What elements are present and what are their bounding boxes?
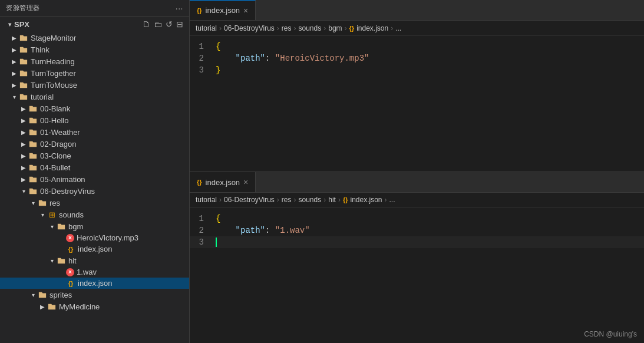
- tree-item-02dragon[interactable]: ▶ 02-Dragon: [0, 138, 189, 150]
- tab-indexjson-bottom[interactable]: {} index.json ×: [190, 172, 256, 193]
- folder-icon-05animation: [28, 174, 38, 184]
- tab-close-top[interactable]: ×: [243, 6, 248, 15]
- bc-bot-ellipsis[interactable]: ...: [389, 196, 395, 204]
- tree-item-00hello[interactable]: ▶ 00-Hello: [0, 114, 189, 126]
- spx-chevron: ▾: [5, 21, 14, 28]
- tree-item-04bullet[interactable]: ▶ 04-Bullet: [0, 161, 189, 173]
- tab-bar-bottom: {} index.json ×: [190, 172, 644, 193]
- new-file-icon[interactable]: 🗋: [141, 18, 151, 30]
- folder-icon-turntomouse: [19, 80, 28, 90]
- tab-close-bottom[interactable]: ×: [243, 178, 248, 186]
- spx-root-item[interactable]: ▾ SPX: [0, 18, 34, 31]
- bc-bot-res[interactable]: res: [282, 196, 292, 204]
- folder-icon-stagemonitor: [19, 33, 28, 42]
- sidebar-header: 资源管理器 ···: [0, 0, 189, 17]
- tree-item-05animation[interactable]: ▶ 05-Animation: [0, 173, 189, 185]
- json-icon-hit: {}: [66, 279, 75, 288]
- chevron-02dragon: ▶: [19, 141, 28, 147]
- folder-icon-02dragon: [28, 139, 38, 149]
- folder-icon-04bullet: [28, 163, 38, 172]
- label-bgm: bgm: [68, 222, 189, 231]
- bc-top-ellipsis[interactable]: ...: [395, 24, 401, 32]
- json-value-bot-path: "1.wav": [275, 226, 310, 235]
- editor-pane-bottom: {} index.json × tutorial › 06-DestroyVir…: [190, 172, 644, 344]
- folder-icon-sprites: [38, 290, 47, 299]
- bc-bot-hit[interactable]: hit: [328, 196, 336, 204]
- label-03clone: 03-Clone: [40, 151, 189, 160]
- json-key-bot-path: "path": [236, 226, 265, 235]
- tree-item-03clone[interactable]: ▶ 03-Clone: [0, 150, 189, 161]
- bc-top-06dv[interactable]: 06-DestroyVirus: [224, 24, 275, 32]
- sidebar-title: 资源管理器: [6, 4, 40, 12]
- more-icon[interactable]: ···: [176, 4, 183, 13]
- sidebar-header-icons: ···: [176, 4, 183, 13]
- tree-item-mymedicine[interactable]: ▶ MyMedicine: [0, 301, 189, 312]
- tree-item-turntogether[interactable]: ▶ TurnTogether: [0, 67, 189, 79]
- tree-item-indexjson-hit[interactable]: ▶ {} index.json: [0, 278, 189, 289]
- tree-item-stagemonitor[interactable]: ▶ StageMonitor: [0, 32, 189, 44]
- chevron-stagemonitor: ▶: [9, 35, 19, 41]
- code-line-top-3: 3 }: [190, 64, 644, 76]
- label-stagemonitor: StageMonitor: [31, 34, 189, 42]
- tree-item-bgm[interactable]: ▾ bgm: [0, 220, 189, 232]
- label-indexjson-hit: index.json: [78, 279, 189, 288]
- watermark: CSDN @uiuing's: [584, 330, 637, 338]
- spx-label: SPX: [14, 20, 29, 29]
- tree-item-heroicvictory[interactable]: ▶ × HeroicVictory.mp3: [0, 232, 189, 243]
- label-02dragon: 02-Dragon: [40, 140, 189, 149]
- line-content-top-2: "path": "HeroicVictory.mp3": [213, 52, 644, 64]
- tree-item-res[interactable]: ▾ res: [0, 197, 189, 209]
- tree-item-06destroyvirus[interactable]: ▾ 06-DestroyVirus: [0, 185, 189, 197]
- tree-item-turnheading[interactable]: ▶ TurnHeading: [0, 55, 189, 67]
- chevron-mymedicine: ▶: [38, 304, 47, 310]
- chevron-00blank: ▶: [19, 105, 28, 112]
- editor-content-top[interactable]: 1 { 2 "path": "HeroicVictory.mp3" 3 }: [190, 36, 644, 172]
- tree-item-indexjson-bgm[interactable]: ▶ {} index.json: [0, 243, 189, 255]
- bc-top-json-icon: {}: [349, 25, 355, 32]
- chevron-04bullet: ▶: [19, 164, 28, 171]
- refresh-icon[interactable]: ↺: [164, 18, 174, 30]
- folder-icon-tutorial: [19, 92, 28, 101]
- line-num-bot-2: 2: [190, 225, 213, 236]
- tab-indexjson-top[interactable]: {} index.json ×: [190, 0, 256, 21]
- line-num-top-1: 1: [190, 41, 213, 52]
- bc-bot-indexjson[interactable]: index.json: [350, 196, 382, 204]
- bc-bot-tutorial[interactable]: tutorial: [196, 196, 217, 204]
- tree-item-1wav[interactable]: ▶ × 1.wav: [0, 266, 189, 278]
- tree-item-turntomouse[interactable]: ▶ TurnToMouse: [0, 79, 189, 91]
- line-num-top-3: 3: [190, 64, 213, 76]
- chevron-res: ▾: [28, 200, 38, 206]
- editor-content-bottom[interactable]: 1 { 2 "path": "1.wav" 3 CSDN @uiuing's: [190, 208, 644, 344]
- label-sprites: sprites: [49, 291, 189, 299]
- code-line-top-1: 1 {: [190, 41, 644, 52]
- tree-item-sounds[interactable]: ▾ ⊞ sounds: [0, 209, 189, 220]
- line-num-top-2: 2: [190, 52, 213, 64]
- tree-item-hit[interactable]: ▾ hit: [0, 255, 189, 266]
- bc-top-res[interactable]: res: [282, 24, 292, 32]
- new-folder-icon[interactable]: 🗀: [153, 18, 163, 30]
- bc-top-bgm[interactable]: bgm: [328, 24, 342, 32]
- tab-label-bottom: index.json: [206, 178, 240, 187]
- bc-top-tutorial[interactable]: tutorial: [196, 24, 217, 32]
- bc-top-sounds[interactable]: sounds: [299, 24, 322, 32]
- tree-item-01weather[interactable]: ▶ 01-Weather: [0, 126, 189, 138]
- label-06destroyvirus: 06-DestroyVirus: [40, 187, 189, 196]
- collapse-icon[interactable]: ⊟: [175, 18, 184, 30]
- label-turntomouse: TurnToMouse: [31, 81, 189, 90]
- tree-item-think[interactable]: ▶ Think: [0, 44, 189, 55]
- label-1wav: 1.wav: [77, 268, 189, 276]
- folder-icon-00hello: [28, 116, 38, 125]
- brace-open-bot: {: [216, 214, 220, 223]
- folder-icon-00blank: [28, 104, 38, 113]
- bc-bot-sounds[interactable]: sounds: [299, 196, 322, 204]
- tree-item-sprites[interactable]: ▾ sprites: [0, 289, 189, 301]
- folder-icon-turnheading: [19, 57, 28, 66]
- tree-item-tutorial[interactable]: ▾ tutorial: [0, 91, 189, 103]
- chevron-think: ▶: [9, 47, 19, 53]
- bc-top-indexjson[interactable]: index.json: [356, 24, 388, 32]
- error-badge-1wav: ×: [66, 268, 74, 276]
- chevron-sprites: ▾: [28, 292, 38, 298]
- tree-item-00blank[interactable]: ▶ 00-Blank: [0, 103, 189, 114]
- bc-bot-06dv[interactable]: 06-DestroyVirus: [224, 196, 275, 204]
- main-editor-area: {} index.json × tutorial › 06-DestroyVir…: [190, 0, 644, 343]
